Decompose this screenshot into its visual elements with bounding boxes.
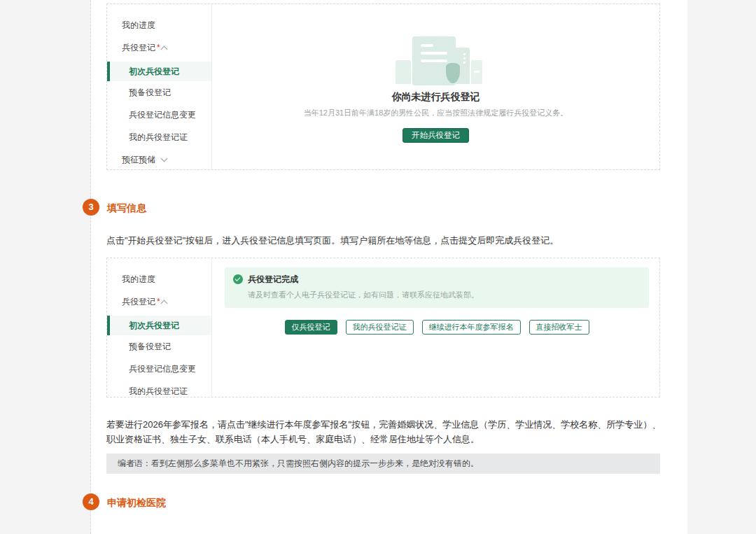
sidebar-item-label: 我的进度	[122, 274, 155, 284]
sidebar-item-label: 兵役登记	[122, 297, 155, 307]
step-3-title: 填写信息	[107, 202, 146, 215]
step-3-badge: 3	[83, 199, 99, 216]
editor-note-box: 编者语：看到左侧那么多菜单也不用紧张，只需按照右侧内容的提示一步步来，是绝对没有…	[106, 454, 660, 474]
registration-panel-empty: 我的进度 兵役登记* 初次兵役登记 预备役登记 兵役登记信息变更 我的兵役登记证…	[106, 3, 660, 170]
completed-state-area: 兵役登记完成 请及时查看个人电子兵役登记证，如有问题，请联系应征地武装部。 仅兵…	[212, 258, 659, 397]
sidebar-item-label: 兵役登记信息变更	[129, 364, 196, 374]
alert-title: 兵役登记完成	[248, 274, 479, 286]
alert-description: 请及时查看个人电子兵役登记证，如有问题，请联系应征地武装部。	[248, 290, 479, 300]
chevron-down-icon	[161, 155, 168, 162]
page: 我的进度 兵役登记* 初次兵役登记 预备役登记 兵役登记信息变更 我的兵役登记证…	[0, 0, 756, 534]
required-asterisk: *	[157, 297, 160, 307]
chevron-up-icon	[161, 46, 168, 53]
illustration-window-dash	[474, 71, 479, 73]
check-circle-icon	[233, 274, 243, 284]
sidebar-item-label: 我的兵役登记证	[129, 386, 188, 396]
empty-state-title: 你尚未进行兵役登记	[392, 91, 480, 104]
registration-only-button[interactable]: 仅兵役登记	[285, 320, 337, 335]
sidebar-item-label: 预备役登记	[129, 87, 171, 97]
sidebar-menu: 我的进度 兵役登记* 初次兵役登记 预备役登记 兵役登记信息变更 我的兵役登记证	[107, 258, 212, 397]
sidebar-item-info-change[interactable]: 兵役登记信息变更	[107, 104, 211, 126]
sidebar-item-my-progress[interactable]: 我的进度	[107, 268, 211, 290]
sidebar-item-service-registration[interactable]: 兵役登记*	[107, 290, 211, 313]
sidebar-item-service-registration[interactable]: 兵役登记*	[107, 36, 211, 59]
sidebar-item-label: 预备役登记	[129, 342, 171, 351]
sidebar-item-first-registration[interactable]: 初次兵役登记	[107, 316, 211, 335]
step-4-title: 申请初检医院	[107, 497, 166, 510]
sidebar-item-pre-recruitment[interactable]: 预征预储	[107, 148, 211, 170]
shield-icon	[446, 63, 460, 83]
step-3-intro-text: 点击"开始兵役登记"按钮后，进入兵役登记信息填写页面。填写户籍所在地等信息，点击…	[106, 233, 666, 248]
registration-panel-completed: 我的进度 兵役登记* 初次兵役登记 预备役登记 兵役登记信息变更 我的兵役登记证	[106, 258, 660, 398]
chevron-up-icon	[161, 300, 168, 307]
sidebar-item-info-change[interactable]: 兵役登记信息变更	[107, 358, 211, 380]
sidebar-item-my-cert[interactable]: 我的兵役登记证	[107, 126, 211, 148]
sidebar-menu: 我的进度 兵役登记* 初次兵役登记 预备役登记 兵役登记信息变更 我的兵役登记证…	[107, 4, 212, 169]
illustration-window-dots	[463, 53, 465, 55]
sidebar-item-label: 预征预储	[122, 155, 155, 164]
direct-recruit-sergeant-button[interactable]: 直接招收军士	[529, 320, 589, 335]
enlistment-signup-note-text: 若要进行2026年参军报名，请点击"继续进行本年度参军报名"按钮，完善婚姻状况、…	[106, 417, 666, 447]
continue-enlistment-signup-button[interactable]: 继续进行本年度参军报名	[422, 320, 521, 335]
sidebar-item-my-cert[interactable]: 我的兵役登记证	[107, 380, 211, 398]
step-4-badge: 4	[83, 493, 99, 510]
illustration-building-left	[396, 60, 411, 84]
my-registration-cert-button[interactable]: 我的兵役登记证	[346, 320, 414, 335]
sidebar-item-label: 兵役登记	[122, 43, 155, 52]
required-asterisk: *	[157, 43, 160, 52]
registration-empty-illustration	[387, 32, 485, 88]
sidebar-item-label: 我的兵役登记证	[129, 132, 188, 142]
sidebar-item-first-registration[interactable]: 初次兵役登记	[107, 62, 211, 81]
sidebar-item-label: 我的进度	[122, 20, 155, 30]
empty-state-area: 你尚未进行兵役登记 当年12月31日前年满18岁的男性公民，应当按照法律规定履行…	[212, 4, 659, 169]
success-alert: 兵役登记完成 请及时查看个人电子兵役登记证，如有问题，请联系应征地武装部。	[225, 267, 649, 308]
step-timeline-connector	[90, 0, 91, 534]
sidebar-item-label: 兵役登记信息变更	[129, 110, 196, 120]
sidebar-item-label: 初次兵役登记	[129, 321, 179, 330]
empty-state-description: 当年12月31日前年满18岁的男性公民，应当按照法律规定履行兵役登记义务。	[304, 108, 568, 118]
action-button-row: 仅兵役登记 我的兵役登记证 继续进行本年度参军报名 直接招收军士	[225, 320, 649, 335]
sidebar-item-label: 初次兵役登记	[129, 66, 179, 76]
sidebar-item-my-progress[interactable]: 我的进度	[107, 14, 211, 36]
sidebar-item-reserve-registration[interactable]: 预备役登记	[107, 335, 211, 358]
sidebar-item-reserve-registration[interactable]: 预备役登记	[107, 81, 211, 104]
start-registration-button[interactable]: 开始兵役登记	[402, 128, 469, 143]
